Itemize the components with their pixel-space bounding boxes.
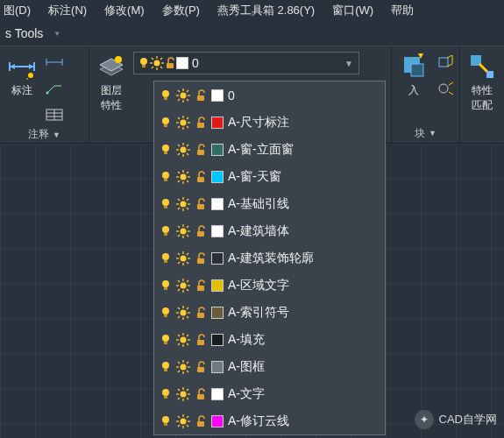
svg-rect-117 (197, 258, 204, 264)
block-edit-icon[interactable] (436, 52, 457, 73)
svg-point-82 (162, 199, 169, 206)
bulb-icon[interactable] (160, 388, 172, 400)
lock-icon[interactable] (195, 251, 207, 265)
bulb-icon[interactable] (160, 171, 172, 183)
lock-icon[interactable] (195, 360, 207, 374)
lock-icon[interactable] (195, 414, 207, 428)
sun-icon[interactable] (176, 197, 190, 211)
sun-icon[interactable] (176, 88, 190, 102)
svg-line-164 (178, 371, 180, 372)
color-swatch[interactable] (211, 279, 224, 292)
sun-icon[interactable] (176, 279, 190, 293)
layer-item[interactable]: A-修订云线 (154, 407, 385, 434)
layer-item[interactable]: A-窗-立面窗 (154, 136, 385, 163)
layer-dropdown[interactable]: 0 ▼ (133, 52, 359, 74)
menu-modify[interactable]: 修改(M) (104, 3, 145, 18)
layer-item[interactable]: A-尺寸标注 (154, 109, 385, 136)
bulb-icon[interactable] (160, 334, 172, 346)
insert-button[interactable]: 入 (397, 50, 430, 100)
block-attr-icon[interactable] (436, 78, 457, 99)
svg-point-70 (162, 172, 169, 179)
bulb-icon[interactable] (160, 252, 172, 265)
panel-label-annotate[interactable]: 注释 ▼ (5, 127, 83, 142)
lock-icon[interactable] (195, 88, 207, 102)
layer-item[interactable]: A-区域文字 (154, 272, 385, 299)
layer-item[interactable]: A-填充 (154, 326, 385, 353)
color-swatch[interactable] (211, 361, 224, 373)
menu-draw[interactable]: 图(D) (4, 3, 31, 18)
bulb-icon[interactable] (160, 415, 172, 427)
bulb-icon (138, 57, 150, 69)
color-swatch[interactable] (211, 171, 224, 183)
lock-icon[interactable] (195, 197, 207, 211)
color-swatch[interactable] (211, 334, 224, 346)
layer-item[interactable]: 0 (154, 81, 385, 109)
bulb-icon[interactable] (160, 361, 172, 373)
layer-item[interactable]: A-建筑装饰轮廓 (154, 244, 385, 272)
svg-line-25 (152, 67, 153, 68)
svg-line-41 (178, 90, 180, 92)
color-swatch[interactable] (211, 388, 224, 400)
lock-icon[interactable] (195, 387, 207, 401)
table-icon[interactable] (44, 104, 65, 125)
bulb-icon[interactable] (160, 198, 172, 210)
bulb-icon[interactable] (160, 279, 172, 292)
color-swatch[interactable] (211, 144, 224, 156)
color-swatch[interactable] (211, 89, 224, 102)
layer-dropdown-list[interactable]: 0A-尺寸标注A-窗-立面窗A-窗-天窗A-基础引线A-建筑墙体A-建筑装饰轮廓… (153, 81, 386, 435)
watermark: ✦ CAD自学网 (415, 410, 497, 429)
sun-icon[interactable] (176, 387, 190, 401)
lock-icon[interactable] (195, 333, 207, 347)
tab-dropdown-icon[interactable]: ▼ (53, 30, 60, 38)
sun-icon[interactable] (176, 224, 190, 238)
svg-line-101 (178, 226, 180, 228)
sun-icon[interactable] (176, 306, 190, 320)
bulb-icon[interactable] (160, 307, 172, 319)
bulb-icon[interactable] (160, 225, 172, 237)
panel-label-block[interactable]: 块 ▼ (397, 125, 454, 141)
lock-icon[interactable] (195, 170, 207, 184)
bulb-icon[interactable] (160, 89, 172, 102)
leader-icon[interactable] (44, 78, 65, 99)
bulb-icon[interactable] (160, 117, 172, 129)
layer-item[interactable]: A-文字 (154, 380, 385, 407)
color-swatch[interactable] (211, 198, 224, 210)
sun-icon[interactable] (176, 170, 190, 184)
bulb-icon[interactable] (160, 144, 172, 156)
lock-icon[interactable] (195, 143, 207, 157)
matchprop-button[interactable]: 特性 匹配 (465, 50, 499, 115)
menu-param[interactable]: 参数(P) (162, 3, 200, 18)
lock-icon[interactable] (195, 306, 207, 320)
lock-icon[interactable] (195, 116, 207, 130)
color-swatch[interactable] (211, 252, 224, 265)
color-swatch[interactable] (211, 307, 224, 319)
sun-icon[interactable] (176, 143, 190, 157)
lock-icon[interactable] (195, 224, 207, 238)
layer-item[interactable]: A-图框 (154, 353, 385, 380)
menu-yxtool[interactable]: 燕秀工具箱 2.86(Y) (217, 3, 315, 18)
menu-help[interactable]: 帮助 (391, 3, 414, 18)
menu-window[interactable]: 窗口(W) (332, 3, 373, 18)
dimension-button[interactable]: 标注 (5, 50, 39, 100)
sun-icon[interactable] (176, 333, 190, 347)
layer-item[interactable]: A-窗-天窗 (154, 163, 385, 190)
sun-icon[interactable] (176, 414, 190, 428)
color-swatch[interactable] (211, 415, 224, 427)
sun-icon[interactable] (176, 116, 190, 130)
svg-line-188 (178, 425, 180, 427)
layer-item[interactable]: A-索引符号 (154, 299, 385, 326)
layer-item[interactable]: A-基础引线 (154, 190, 385, 217)
menu-annotate[interactable]: 标注(N) (48, 3, 87, 18)
svg-rect-57 (197, 123, 204, 128)
layer-properties-button[interactable]: 图层 特性 (95, 50, 128, 115)
panel-properties: 特性 匹配 (460, 46, 504, 143)
layer-item[interactable]: A-建筑墙体 (154, 217, 385, 244)
color-swatch[interactable] (211, 225, 224, 237)
svg-point-72 (181, 173, 187, 180)
lock-icon[interactable] (195, 279, 207, 293)
sun-icon[interactable] (176, 251, 190, 265)
color-swatch[interactable] (211, 117, 224, 129)
svg-line-125 (178, 280, 180, 282)
sun-icon[interactable] (176, 360, 190, 374)
linear-dim-icon[interactable] (44, 52, 65, 73)
